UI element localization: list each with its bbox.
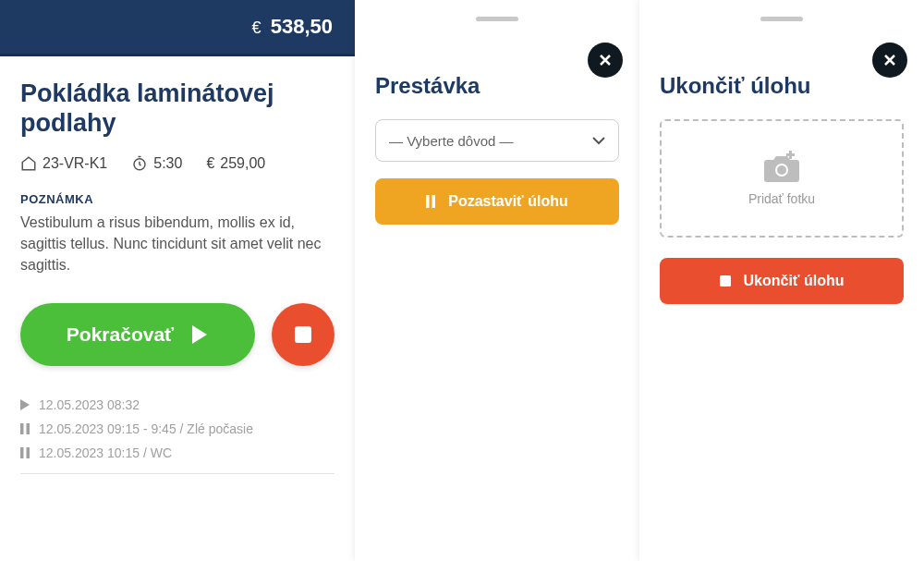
svg-point-11: [777, 165, 786, 175]
euro-icon: €: [206, 155, 214, 172]
meta-row: 23-VR-K1 5:30 € 259,00: [20, 155, 334, 172]
stop-icon: [293, 324, 313, 345]
task-title: Pokládka laminátovej podlahy: [20, 79, 334, 139]
svg-rect-6: [20, 447, 24, 458]
house-icon: [20, 155, 37, 172]
camera-icon: [761, 151, 802, 184]
log-text: 12.05.2023 08:32: [39, 397, 140, 412]
total-amount: 538,50: [271, 15, 333, 38]
chevron-down-icon: [592, 137, 605, 145]
pause-icon: [20, 423, 30, 434]
add-photo-button[interactable]: Pridať fotku: [660, 119, 904, 238]
note-label: POZNÁMKA: [20, 192, 334, 206]
reason-select[interactable]: — Vyberte dôvod —: [375, 119, 619, 162]
task-detail-pane: € 538,50 Pokládka laminátovej podlahy 23…: [0, 0, 355, 561]
pause-button[interactable]: Pozastaviť úlohu: [375, 178, 619, 225]
pause-label: Pozastaviť úlohu: [448, 193, 567, 210]
play-icon: [20, 399, 30, 410]
svg-rect-4: [20, 423, 24, 434]
svg-rect-14: [720, 275, 731, 287]
stop-button[interactable]: [272, 303, 334, 366]
svg-marker-1: [192, 325, 207, 344]
svg-rect-2: [295, 326, 311, 343]
meta-code: 23-VR-K1: [20, 155, 107, 172]
continue-button[interactable]: Pokračovať: [20, 303, 255, 366]
total-header: € 538,50: [0, 0, 355, 56]
select-placeholder: — Vyberte dôvod —: [389, 133, 514, 149]
log-item: 12.05.2023 08:32: [20, 397, 334, 412]
log-item: 12.05.2023 09:15 - 9:45 / Zlé počasie: [20, 421, 334, 436]
close-button[interactable]: [872, 43, 907, 78]
svg-rect-9: [432, 195, 436, 208]
divider: [20, 473, 334, 474]
pause-icon: [426, 195, 435, 208]
continue-label: Pokračovať: [67, 323, 174, 346]
svg-rect-7: [27, 447, 30, 458]
svg-marker-3: [20, 399, 30, 410]
close-icon: [598, 53, 613, 67]
end-button[interactable]: Ukončiť úlohu: [660, 258, 904, 304]
pause-sheet: Prestávka — Vyberte dôvod — Pozastaviť ú…: [355, 0, 639, 561]
svg-rect-13: [786, 153, 795, 156]
meta-code-text: 23-VR-K1: [43, 155, 107, 172]
end-label: Ukončiť úlohu: [744, 273, 845, 289]
drag-handle[interactable]: [476, 17, 518, 21]
log-item: 12.05.2023 10:15 / WC: [20, 445, 334, 460]
stop-icon: [720, 275, 731, 287]
meta-time-text: 5:30: [153, 155, 182, 172]
meta-time: 5:30: [131, 155, 182, 172]
total-currency: €: [252, 18, 261, 37]
drag-handle[interactable]: [760, 17, 803, 21]
log-list: 12.05.2023 08:32 12.05.2023 09:15 - 9:45…: [20, 397, 334, 474]
meta-cost: € 259,00: [206, 155, 265, 172]
play-icon: [190, 324, 209, 345]
meta-cost-text: 259,00: [220, 155, 265, 172]
upload-label: Pridať fotku: [748, 191, 815, 206]
pause-icon: [20, 447, 30, 458]
stopwatch-icon: [131, 155, 148, 172]
note-text: Vestibulum a risus bibendum, mollis ex i…: [20, 212, 334, 276]
close-icon: [882, 53, 897, 67]
close-button[interactable]: [588, 43, 623, 78]
log-text: 12.05.2023 10:15 / WC: [39, 445, 172, 460]
svg-rect-8: [426, 195, 430, 208]
log-text: 12.05.2023 09:15 - 9:45 / Zlé počasie: [39, 421, 253, 436]
svg-rect-5: [27, 423, 30, 434]
end-sheet: Ukončiť úlohu Pridať fotku Ukončiť úlohu: [639, 0, 924, 561]
